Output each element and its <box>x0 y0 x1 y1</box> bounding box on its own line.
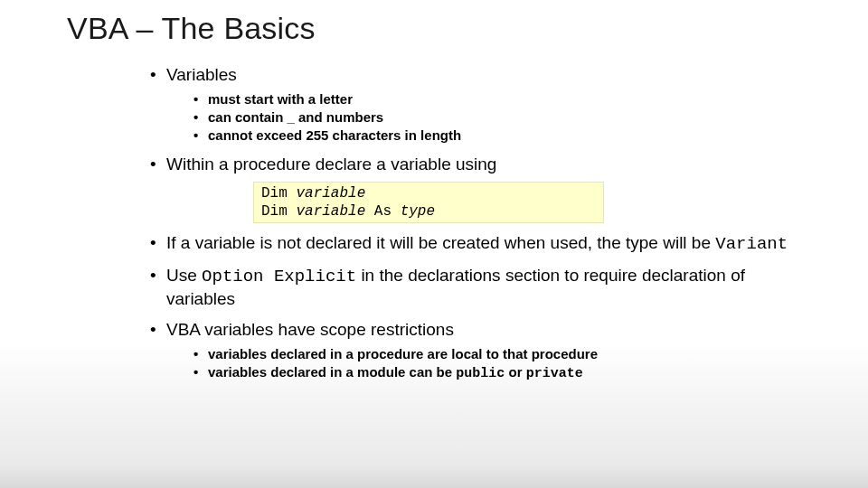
code-inline-private: private <box>526 366 583 381</box>
code-inline-variant: Variant <box>715 234 788 254</box>
list-item: cannot exceed 255 characters in length <box>193 127 814 145</box>
code-keyword: Dim <box>261 203 288 220</box>
list-item: variables declared in a module can be pu… <box>193 363 814 383</box>
code-inline-option-explicit: Option Explicit <box>202 267 356 286</box>
bullet-variables: Variables must start with a letter can c… <box>150 64 814 145</box>
bullet-scope: VBA variables have scope restrictions va… <box>150 319 814 383</box>
code-inline-public: public <box>456 366 505 381</box>
code-variable: variable <box>296 203 365 220</box>
slide-title: VBA – The Basics <box>67 11 814 46</box>
code-line-1: Dim variable <box>261 184 596 202</box>
code-variable: variable <box>296 185 365 202</box>
text: variables declared in a module can be <box>208 364 456 380</box>
bullet-within-label: Within a procedure declare a variable us… <box>166 155 496 174</box>
text: or <box>505 364 525 380</box>
text: If a variable is not declared it will be… <box>166 233 715 252</box>
code-keyword: As <box>374 203 392 220</box>
list-item: variables declared in a procedure are lo… <box>193 345 814 363</box>
bullet-not-declared: If a variable is not declared it will be… <box>150 232 814 256</box>
text: Use <box>166 266 202 285</box>
list-item: must start with a letter <box>193 90 814 108</box>
bullet-list: Variables must start with a letter can c… <box>150 64 814 383</box>
bullet-variables-sublist: must start with a letter can contain _ a… <box>193 90 814 145</box>
bullet-variables-label: Variables <box>166 65 237 84</box>
code-keyword: Dim <box>261 185 288 202</box>
slide: VBA – The Basics Variables must start wi… <box>0 0 868 488</box>
bullet-within: Within a procedure declare a variable us… <box>150 154 814 223</box>
list-item: can contain _ and numbers <box>193 108 814 127</box>
bullet-option-explicit: Use Option Explicit in the declarations … <box>150 265 814 310</box>
bullet-scope-sublist: variables declared in a procedure are lo… <box>193 345 814 384</box>
code-line-2: Dim variable As type <box>261 202 596 221</box>
code-box: Dim variable Dim variable As type <box>253 182 604 223</box>
bullet-scope-label: VBA variables have scope restrictions <box>166 320 454 339</box>
code-type: type <box>401 203 435 220</box>
